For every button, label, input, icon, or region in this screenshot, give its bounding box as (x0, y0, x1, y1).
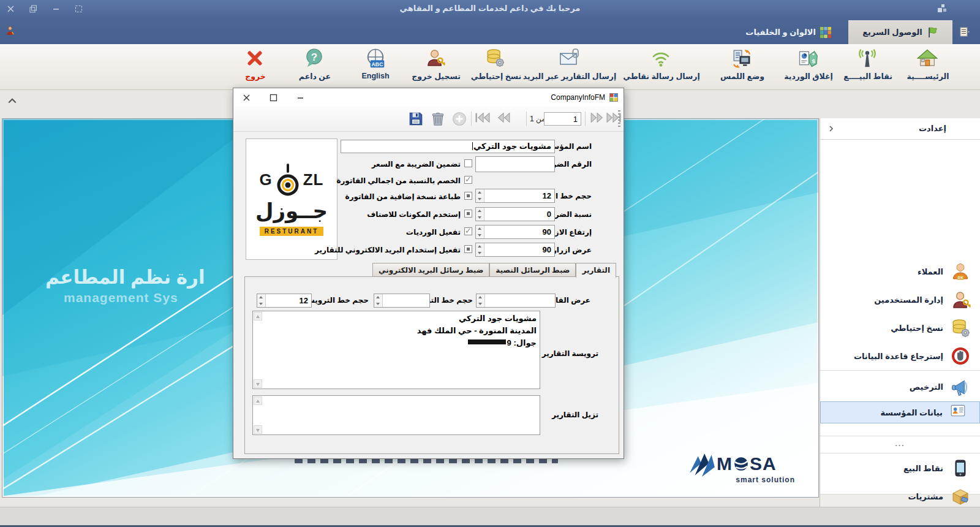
sidebar-item-label: بيانات المؤسسة (880, 408, 943, 417)
report-footer-label: تزيل التقارير (552, 411, 598, 419)
checkbox-2[interactable] (464, 192, 472, 200)
toolbar-button-touch-mode[interactable]: وضع اللمس (713, 48, 772, 81)
navigation-sidebar: إعدادت DXالعملاءإدارة المستخدميننسخ إحتي… (820, 118, 980, 507)
toolbar-button-logout[interactable]: تسجيل خروج (407, 48, 466, 81)
header-font-size-label: حجم خط الترويسة (303, 296, 369, 305)
dialog-tab-1[interactable]: ضبط الرسائل النصية (489, 263, 576, 277)
tax-rate-spinner[interactable]: 0 (475, 207, 555, 221)
dialog-titlebar: CompanyInfoFM (233, 88, 624, 107)
sidebar-item-restore-database[interactable]: إسترجاع قاعدة البيانات (820, 342, 980, 370)
tab-quick-access[interactable]: الوصول السريع (848, 20, 952, 44)
dialog-title: CompanyInfoFM (551, 93, 605, 102)
send-points-message-icon (650, 48, 673, 70)
checkbox-0[interactable] (464, 159, 472, 167)
sidebar-divider (820, 436, 980, 436)
dialog-maximize-icon[interactable] (269, 93, 278, 102)
app-title: مرحبا بك في داعم لخدمات المطاعم و المقاه… (0, 4, 980, 13)
nav-separator (585, 112, 586, 126)
checkbox-label: الخصم بالنسبة من اجمالي الفاتورة (336, 176, 461, 185)
sidebar-group-header[interactable]: إعدادت (820, 118, 980, 140)
button-height-value: 90 (484, 226, 554, 238)
dialog-close-icon[interactable] (242, 93, 251, 102)
gozl-arabic: جــوزل (255, 199, 328, 223)
pos-icon (857, 48, 879, 70)
toolbar-button-label: إرسال التقارير عبر البريد (523, 72, 616, 81)
checkbox-5[interactable] (464, 245, 472, 253)
scroll-up-icon[interactable] (254, 312, 262, 320)
text-caret (472, 142, 473, 150)
sidebar-item-label: العملاء (918, 267, 943, 276)
checkbox-1[interactable] (464, 176, 472, 184)
toolbar-button-close-shift[interactable]: $إغلاق الوردية (779, 48, 838, 81)
checkbox-4[interactable] (464, 227, 472, 235)
collapse-ribbon-icon[interactable] (7, 97, 18, 105)
sidebar-item-pos[interactable]: نقاط البيع (820, 454, 980, 482)
company-logo-box: G ZL جــوزل RESTURANT (246, 138, 337, 260)
toolbar-button-label: الرئيســــية (907, 72, 949, 81)
report-footer-textarea[interactable] (252, 395, 540, 435)
button-width-spinner[interactable]: 90 (475, 243, 555, 257)
toolbar-button-backup[interactable]: نسخ إحتياطي (467, 48, 526, 81)
save-button[interactable] (408, 111, 424, 127)
invoice-width-spinner[interactable] (476, 294, 556, 308)
checkbox-label: إستخدم المكونات للاصناف (367, 210, 461, 219)
checkbox-label: تفعيل الورديات (406, 228, 461, 237)
dialog-app-icon (609, 93, 619, 102)
company-name-input[interactable]: مشويات جود التركي (341, 140, 555, 153)
toolbar-button-send-reports-mail[interactable]: إرسال التقارير عبر البريد (527, 48, 612, 81)
user-management-icon (951, 290, 970, 309)
sidebar-item-company-data[interactable]: بيانات المؤسسة (820, 401, 980, 423)
toolbar-button-exit[interactable]: خروج (226, 48, 285, 81)
backup-icon (951, 318, 970, 338)
checkbox-label: تفعيل إستخدام البريد الالكتروني للتقارير (315, 246, 461, 254)
navigator-handle[interactable] (618, 110, 620, 127)
toolbar-button-send-points-message[interactable]: إرسال رسالة نقاطي (619, 48, 704, 81)
toolbar-button-home[interactable]: الرئيســــية (899, 48, 957, 81)
items-font-size-spinner[interactable]: 12 (475, 189, 555, 203)
window-layout-icon[interactable] (936, 3, 948, 15)
sidebar-item-customers[interactable]: DXالعملاء (820, 257, 980, 286)
dialog-minimize-icon[interactable] (296, 93, 305, 102)
tax-rate-value: 0 (484, 208, 554, 221)
footer-font-size-spinner[interactable] (374, 294, 430, 308)
tax-number-input[interactable] (475, 156, 555, 172)
scroll-down-icon[interactable] (254, 425, 262, 434)
textarea-scrollbar[interactable] (254, 396, 263, 434)
delete-button[interactable] (430, 111, 446, 127)
ribbon-menu-icon[interactable] (958, 26, 970, 38)
scroll-up-icon[interactable] (254, 396, 262, 405)
sidebar-item-user-management[interactable]: إدارة المستخدمين (820, 286, 980, 314)
previous-record-button[interactable] (496, 111, 511, 127)
dialog-tab-0[interactable]: التقارير (576, 263, 616, 278)
textarea-scrollbar[interactable] (254, 312, 263, 388)
header-font-size-spinner[interactable]: 12 (257, 294, 312, 308)
first-record-button[interactable] (474, 111, 490, 127)
next-record-button[interactable] (589, 111, 605, 127)
svg-text:$: $ (812, 58, 815, 64)
checkbox-label: تضمين الضريبة مع السعر (372, 160, 461, 169)
sidebar-item-backup[interactable]: نسخ إحتياطي (820, 314, 980, 342)
toolbar-button-pos[interactable]: نقاط البيــــع (839, 48, 897, 81)
toolbar-button-english[interactable]: ABCEnglish (346, 48, 405, 80)
about-icon: ? (304, 48, 326, 70)
tab-colors-label: الالوان و الخلفيات (745, 28, 816, 37)
company-data-icon (950, 403, 970, 422)
record-position-input[interactable]: 1 (544, 112, 581, 126)
sidebar-dots[interactable]: ... (820, 439, 980, 448)
app-menu-icon[interactable] (5, 26, 15, 36)
logout-icon (425, 48, 447, 70)
checkbox-3[interactable] (464, 210, 472, 218)
company-info-dialog: CompanyInfoFM من 1 1 G ZL جــوزل RE (233, 88, 624, 459)
toolbar-button-about[interactable]: ?عن داعم (285, 48, 344, 81)
window-titlebar: مرحبا بك في داعم لخدمات المطاعم و المقاه… (0, 0, 980, 18)
scroll-down-icon[interactable] (254, 379, 262, 388)
mosa-m: M (717, 455, 733, 473)
dialog-tabstrip: التقاريرضبط الرسائل النصيةضبط رسائل البر… (372, 263, 616, 277)
tab-colors-backgrounds[interactable]: الالوان و الخلفيات (739, 20, 838, 44)
button-height-spinner[interactable]: 90 (475, 225, 555, 239)
add-record-button[interactable] (451, 111, 467, 127)
sidebar-item-label: إسترجاع قاعدة البيانات (854, 352, 943, 361)
report-header-textarea[interactable]: مشويات جود التركي المدينة المنورة - حي ا… (252, 311, 540, 389)
dialog-tab-2[interactable]: ضبط رسائل البريد الالكتروني (372, 263, 489, 277)
sidebar-item-license[interactable]: الترخيص (820, 371, 980, 401)
